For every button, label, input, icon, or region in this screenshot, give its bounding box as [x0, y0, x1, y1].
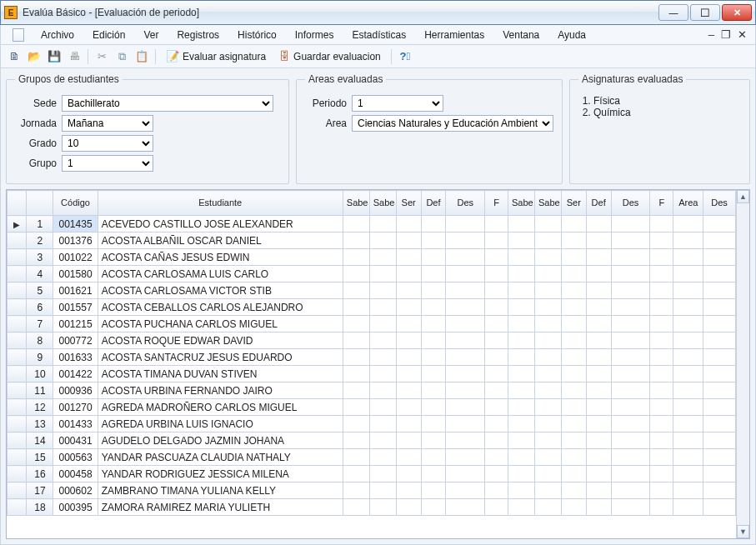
- cell-empty[interactable]: [586, 266, 611, 282]
- cell-empty[interactable]: [485, 316, 508, 332]
- cell-estudiante[interactable]: ACOSTA TIMANA DUVAN STIVEN: [98, 366, 343, 382]
- cell-empty[interactable]: [703, 282, 735, 299]
- print-icon[interactable]: 🖶: [66, 48, 83, 65]
- col-estudiante[interactable]: Estudiante: [98, 191, 343, 216]
- cell-empty[interactable]: [343, 416, 369, 432]
- cell-empty[interactable]: [485, 416, 508, 432]
- menu-estadisticas[interactable]: Estadísticas: [345, 28, 413, 42]
- cell-empty[interactable]: [508, 299, 534, 316]
- cell-empty[interactable]: [611, 466, 650, 482]
- cell-empty[interactable]: [485, 282, 508, 299]
- cell-empty[interactable]: [650, 216, 673, 232]
- cell-codigo[interactable]: 001270: [53, 399, 98, 416]
- cell-empty[interactable]: [673, 466, 703, 482]
- cell-empty[interactable]: [446, 216, 485, 232]
- cell-empty[interactable]: [396, 316, 421, 332]
- cell-estudiante[interactable]: ZAMBRANO TIMANA YULIANA KELLY: [98, 482, 343, 499]
- cell-empty[interactable]: [561, 482, 586, 499]
- cell-empty[interactable]: [396, 332, 421, 349]
- cell-empty[interactable]: [534, 432, 561, 449]
- cell-empty[interactable]: [485, 349, 508, 366]
- table-row[interactable]: 6001557ACOSTA CEBALLOS CARLOS ALEJANDRO: [8, 299, 737, 316]
- cell-empty[interactable]: [485, 382, 508, 399]
- cell-empty[interactable]: [343, 366, 369, 382]
- cell-empty[interactable]: [650, 482, 673, 499]
- cell-empty[interactable]: [586, 349, 611, 366]
- cell-empty[interactable]: [673, 399, 703, 416]
- cell-empty[interactable]: [508, 466, 534, 482]
- cell-empty[interactable]: [421, 316, 446, 332]
- area-select[interactable]: Ciencias Naturales y Educación Ambiental: [352, 115, 553, 132]
- cell-empty[interactable]: [586, 466, 611, 482]
- cell-empty[interactable]: [611, 499, 650, 516]
- cell-empty[interactable]: [650, 416, 673, 432]
- cell-empty[interactable]: [534, 216, 561, 232]
- row-number[interactable]: 14: [27, 432, 53, 449]
- cell-empty[interactable]: [673, 316, 703, 332]
- scroll-down-icon[interactable]: ▼: [737, 525, 749, 538]
- cell-empty[interactable]: [561, 449, 586, 466]
- paste-icon[interactable]: 📋: [133, 48, 150, 65]
- cell-empty[interactable]: [534, 349, 561, 366]
- cell-empty[interactable]: [446, 482, 485, 499]
- col-area[interactable]: Area: [673, 191, 703, 216]
- cell-empty[interactable]: [369, 399, 396, 416]
- cell-empty[interactable]: [343, 332, 369, 349]
- cell-empty[interactable]: [703, 216, 735, 232]
- cell-empty[interactable]: [561, 216, 586, 232]
- copy-icon[interactable]: ⧉: [113, 48, 130, 65]
- mdi-close-icon[interactable]: ✕: [738, 28, 747, 41]
- cell-empty[interactable]: [343, 482, 369, 499]
- cell-empty[interactable]: [586, 316, 611, 332]
- cell-empty[interactable]: [485, 232, 508, 249]
- cell-empty[interactable]: [673, 366, 703, 382]
- cell-empty[interactable]: [508, 332, 534, 349]
- row-number[interactable]: 3: [27, 249, 53, 266]
- cell-empty[interactable]: [650, 266, 673, 282]
- cell-empty[interactable]: [534, 382, 561, 399]
- cell-empty[interactable]: [673, 299, 703, 316]
- cell-empty[interactable]: [396, 482, 421, 499]
- cell-empty[interactable]: [534, 366, 561, 382]
- table-row[interactable]: 10001422ACOSTA TIMANA DUVAN STIVEN: [8, 366, 737, 382]
- cell-empty[interactable]: [561, 349, 586, 366]
- row-number[interactable]: 17: [27, 482, 53, 499]
- cell-estudiante[interactable]: ACOSTA CARLOSAMA LUIS CARLO: [98, 266, 343, 282]
- cell-empty[interactable]: [650, 499, 673, 516]
- col-codigo[interactable]: Código: [53, 191, 98, 216]
- table-row[interactable]: 17000602ZAMBRANO TIMANA YULIANA KELLY: [8, 482, 737, 499]
- cell-empty[interactable]: [508, 432, 534, 449]
- row-indicator[interactable]: [8, 466, 27, 482]
- cell-empty[interactable]: [673, 249, 703, 266]
- cell-empty[interactable]: [586, 416, 611, 432]
- cell-empty[interactable]: [369, 266, 396, 282]
- row-number[interactable]: 10: [27, 366, 53, 382]
- row-number[interactable]: 18: [27, 499, 53, 516]
- table-row[interactable]: 16000458YANDAR RODRIGUEZ JESSICA MILENA: [8, 466, 737, 482]
- cell-empty[interactable]: [673, 332, 703, 349]
- cell-empty[interactable]: [508, 366, 534, 382]
- cell-codigo[interactable]: 001435: [53, 216, 98, 232]
- cell-empty[interactable]: [421, 332, 446, 349]
- cell-empty[interactable]: [485, 249, 508, 266]
- col-des-2[interactable]: Des: [611, 191, 650, 216]
- sede-select[interactable]: Bachillerato: [62, 95, 273, 112]
- cell-empty[interactable]: [534, 232, 561, 249]
- col-des-3[interactable]: Des: [703, 191, 735, 216]
- cell-empty[interactable]: [508, 382, 534, 399]
- cell-empty[interactable]: [485, 482, 508, 499]
- cell-empty[interactable]: [485, 266, 508, 282]
- menu-ventana[interactable]: Ventana: [496, 28, 546, 42]
- cell-empty[interactable]: [421, 349, 446, 366]
- row-number[interactable]: 12: [27, 399, 53, 416]
- cell-estudiante[interactable]: AGUDELO DELGADO JAZMIN JOHANA: [98, 432, 343, 449]
- menu-registros[interactable]: Registros: [170, 28, 226, 42]
- cell-empty[interactable]: [421, 399, 446, 416]
- cell-empty[interactable]: [421, 432, 446, 449]
- cell-empty[interactable]: [485, 366, 508, 382]
- cell-empty[interactable]: [485, 399, 508, 416]
- col-saber-hacer[interactable]: Sabe hace: [369, 191, 396, 216]
- cell-empty[interactable]: [534, 466, 561, 482]
- cell-empty[interactable]: [343, 432, 369, 449]
- scroll-up-icon[interactable]: ▲: [737, 190, 749, 203]
